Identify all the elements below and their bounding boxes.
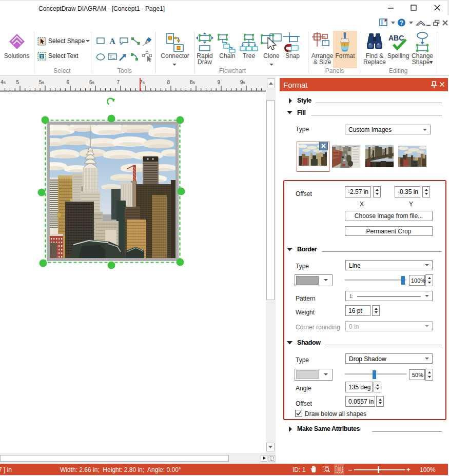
svg-text:A: A — [109, 37, 115, 46]
svg-text:8: 8 — [167, 80, 170, 85]
svg-text:9: 9 — [217, 80, 220, 85]
svg-text:5: 5 — [16, 80, 19, 85]
svg-text:65: 65 — [89, 80, 95, 85]
svg-text:?: ? — [400, 19, 403, 27]
svg-text:T: T — [40, 54, 43, 59]
svg-text:6: 6 — [66, 80, 69, 85]
svg-text:ABC: ABC — [388, 34, 404, 42]
svg-text:55: 55 — [39, 80, 45, 85]
svg-text:95: 95 — [240, 80, 246, 85]
svg-text:85: 85 — [190, 80, 196, 85]
svg-text:45: 45 — [1, 80, 6, 85]
svg-text:T: T — [110, 55, 112, 60]
svg-text:7: 7 — [116, 80, 120, 85]
